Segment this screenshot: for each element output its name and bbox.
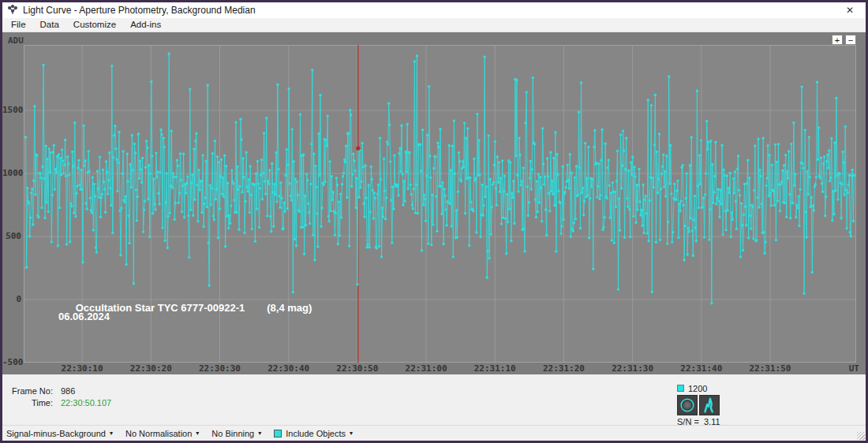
object-legend: 1200 S/N = 3,11 — [677, 383, 720, 426]
menu-item-customize[interactable]: Customize — [66, 19, 123, 31]
light-curve-chart[interactable]: ADU + − Occultation Star TYC 6777-00922-… — [2, 32, 866, 374]
x-axis-tick-label: 22:30:40 — [260, 363, 317, 374]
window-title: Light Curve - Aperture Photometry, Backg… — [23, 5, 256, 16]
legend-color-swatch — [677, 385, 684, 392]
legend-current-value: 1200 — [688, 384, 707, 393]
star-annotation-magnitude: (8,4 mag) — [267, 302, 312, 314]
menu-item-data[interactable]: Data — [33, 19, 66, 31]
time-label: Time: — [9, 397, 53, 409]
menu-item-add-ins[interactable]: Add-ins — [123, 19, 168, 31]
dropdown-caret-icon: ▾ — [258, 430, 261, 437]
close-icon[interactable]: ✕ — [839, 5, 861, 16]
dropdown-caret-icon: ▾ — [350, 430, 353, 437]
y-axis-tick-label: 0 — [2, 294, 21, 304]
x-axis-tick-label: 22:31:20 — [535, 363, 592, 374]
x-axis-tick-label: 22:30:10 — [54, 363, 110, 374]
menu-item-file[interactable]: File — [4, 19, 33, 31]
cursor-data-point — [356, 147, 360, 151]
x-axis-tick-label: 22:31:10 — [466, 363, 523, 374]
toolbar-dropdown-signal-minus-background[interactable]: Signal-minus-Background▾ — [6, 429, 113, 438]
app-window: Light Curve - Aperture Photometry, Backg… — [0, 0, 868, 443]
x-axis-unit-label: UT — [849, 363, 859, 374]
frame-info: Frame No: 986 Time: 22:30:50.107 — [9, 385, 111, 409]
frame-no-label: Frame No: — [9, 385, 53, 397]
date-annotation: 06.06.2024 — [58, 311, 110, 322]
y-axis-tick-label: -500 — [2, 357, 21, 367]
toolbar-dropdown-include-objects[interactable]: Include Objects▾ — [274, 429, 353, 438]
y-axis-tick-label: 1500 — [2, 105, 21, 115]
x-axis-tick-label: 22:31:30 — [604, 363, 661, 374]
menu-bar: FileDataCustomizeAdd-ins — [2, 18, 866, 32]
time-value: 22:30:50.107 — [53, 397, 111, 409]
y-axis-tick-label: 1000 — [2, 168, 21, 178]
status-area: Frame No: 986 Time: 22:30:50.107 1200 — [2, 374, 866, 425]
x-axis-tick-label: 22:30:50 — [329, 363, 386, 374]
x-axis-tick-label: 22:31:00 — [398, 363, 455, 374]
zoom-in-button[interactable]: + — [832, 35, 843, 45]
bottom-toolbar: Signal-minus-Background▾No Normalisation… — [2, 425, 866, 441]
title-bar: Light Curve - Aperture Photometry, Backg… — [2, 2, 866, 18]
dropdown-caret-icon: ▾ — [196, 430, 199, 437]
toolbar-dropdown-no-normalisation[interactable]: No Normalisation▾ — [125, 429, 199, 438]
star-psf-thumbnail[interactable] — [699, 395, 720, 415]
y-axis-tick-label: 500 — [2, 231, 21, 241]
zoom-out-button[interactable]: − — [845, 35, 856, 45]
x-axis-tick-label: 22:30:20 — [122, 363, 179, 374]
x-axis-tick-label: 22:31:50 — [742, 363, 799, 374]
app-icon — [7, 5, 18, 16]
aperture-ring-thumbnail[interactable] — [677, 395, 698, 415]
y-axis-unit-label: ADU — [8, 35, 24, 46]
toolbar-dropdown-no-binning[interactable]: No Binning▾ — [211, 429, 261, 438]
include-objects-color-swatch — [274, 430, 282, 437]
resize-grip[interactable] — [857, 432, 865, 440]
frame-no-value: 986 — [53, 385, 75, 397]
x-axis-tick-label: 22:31:40 — [673, 363, 730, 374]
dropdown-caret-icon: ▾ — [110, 430, 113, 437]
x-axis-tick-label: 22:30:30 — [191, 363, 248, 374]
